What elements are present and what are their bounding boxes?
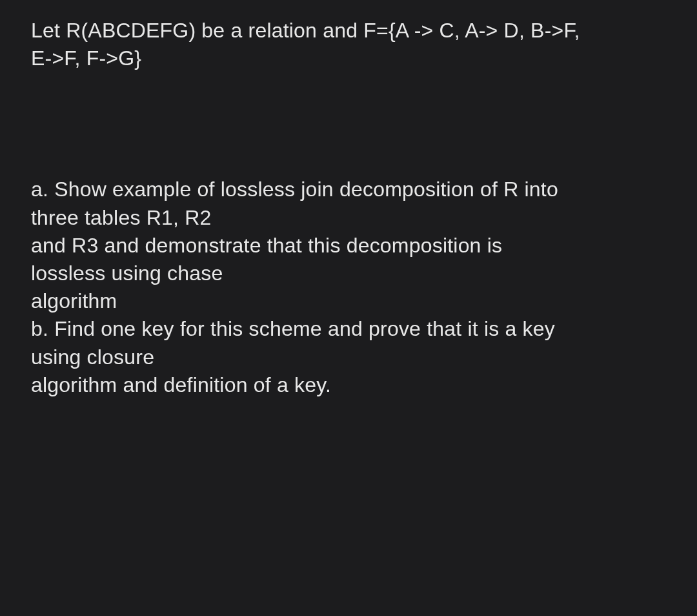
part-a-line-2: three tables R1, R2 — [31, 204, 666, 232]
part-a-line-5: algorithm — [31, 287, 666, 315]
part-a-line-1: a. Show example of lossless join decompo… — [31, 176, 666, 203]
part-b-line-2: using closure — [31, 344, 666, 371]
part-a-line-3: and R3 and demonstrate that this decompo… — [31, 232, 666, 260]
given-line-2: E->F, F->G} — [31, 45, 666, 72]
spacer — [31, 72, 666, 176]
part-b-line-1: b. Find one key for this scheme and prov… — [31, 315, 666, 343]
part-a-line-4: lossless using chase — [31, 260, 666, 287]
part-b-line-3: algorithm and definition of a key. — [31, 371, 666, 399]
given-line-1: Let R(ABCDEFG) be a relation and F={A ->… — [31, 17, 666, 45]
problem-parts: a. Show example of lossless join decompo… — [31, 176, 666, 399]
problem-given: Let R(ABCDEFG) be a relation and F={A ->… — [31, 17, 666, 72]
